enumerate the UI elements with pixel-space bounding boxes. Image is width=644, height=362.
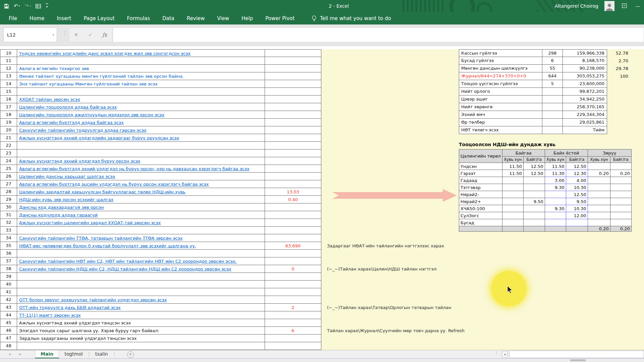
check-item-cell[interactable]: ОТТ болон зөрүүг зохицуулах тайлангийн ү… [17, 296, 265, 304]
ribbon-tab-insert[interactable]: Insert [57, 15, 71, 21]
row-number[interactable]: 24 [0, 157, 17, 165]
summary-count[interactable] [542, 111, 563, 119]
ribbon-tab-file[interactable]: File [9, 15, 17, 21]
result-value-cell[interactable]: 2 [265, 304, 321, 311]
customize-qat-button[interactable]: ▔▾ [46, 5, 48, 7]
check-item-cell[interactable]: Энэ тайлант хугацааны Мөнгөн гүйлгээний … [17, 80, 265, 88]
row-number[interactable]: 25 [0, 165, 17, 173]
ndsh-value-cell[interactable]: 9.50 [566, 198, 588, 205]
summary-count[interactable]: 5 [542, 80, 563, 88]
check-item-link[interactable]: Ажлын хүснэгтийн цалингийн зардал ХХОАТ-… [19, 220, 161, 225]
result-value-cell[interactable] [265, 119, 321, 126]
summary-label[interactable]: Өр төлбөр [459, 119, 542, 126]
result-value-cell[interactable] [265, 234, 321, 242]
check-item-cell[interactable]: Цалингийн дансны харьцааг шалгах эсэх [17, 173, 265, 180]
row-number[interactable]: 19 [0, 119, 17, 126]
prev-sheet-arrow[interactable]: ◂ [9, 350, 11, 358]
check-item-cell[interactable] [17, 142, 265, 149]
check-item-cell[interactable]: Дансны код давхардаагүй зөв орсон [17, 203, 265, 211]
ndsh-value-cell[interactable] [610, 191, 631, 198]
result-value-cell[interactable] [265, 203, 321, 211]
result-value-cell[interactable] [265, 103, 321, 111]
sheet-tab-main[interactable]: Main [35, 350, 59, 358]
name-box-dropdown-icon[interactable]: ▾ [52, 28, 54, 42]
row-number[interactable]: 13 [0, 72, 17, 80]
check-item-cell[interactable]: Элэгдэл тооцох сарыг шалгана уу. Хэрэв б… [17, 327, 265, 335]
row-number[interactable]: 31 [0, 211, 17, 219]
account-user-name[interactable]: Altangerel Choirog [555, 3, 598, 9]
check-item-link[interactable]: Цалингийн дансны харьцааг шалгах эсэх [19, 174, 115, 179]
redo-button[interactable]: ↷▾ [25, 4, 31, 9]
result-value-cell[interactable] [265, 165, 321, 173]
ndsh-value-cell[interactable]: 3.00 [545, 177, 566, 184]
result-value-cell[interactable] [265, 111, 321, 119]
summary-label[interactable]: Нийт хөрөнгө [459, 103, 542, 111]
row-number[interactable]: 15 [0, 88, 17, 96]
result-value-cell[interactable] [265, 126, 321, 134]
row-number[interactable]: 29 [0, 196, 17, 203]
summary-label[interactable]: Тооцоо үүсгэсэн гүйлгээ [459, 80, 542, 88]
summary-label[interactable]: Нийт орлого [459, 88, 542, 96]
result-value-cell[interactable] [265, 157, 321, 165]
ndsh-value-cell[interactable] [610, 205, 631, 212]
ndsh-value-cell[interactable] [523, 212, 545, 219]
result-value-cell[interactable] [265, 49, 321, 57]
ndsh-salary-type[interactable]: Нярай2- [459, 191, 502, 198]
summary-value[interactable]: 8,168,570 [563, 57, 607, 65]
summary-count[interactable] [542, 119, 563, 126]
ndsh-salary-type[interactable]: ХЧА50-100 [459, 205, 502, 212]
ndsh-salary-type[interactable]: Тэтгэвэр [459, 184, 502, 191]
row-number[interactable]: 14 [0, 80, 17, 88]
tell-me-box[interactable]: Tell me what you want to do [312, 15, 391, 22]
result-value-cell[interactable] [265, 80, 321, 88]
row-number[interactable]: 21 [0, 134, 17, 142]
summary-label[interactable]: Эзний өмч [459, 111, 542, 119]
result-value-cell[interactable] [265, 335, 321, 342]
row-number[interactable]: 36 [0, 250, 17, 257]
summary-label[interactable]: НӨТ төлөгч эсэх [459, 126, 542, 134]
result-value-cell[interactable] [265, 149, 321, 157]
check-item-cell[interactable]: Үндсэн хөрөнгийн элэгдлийн данс эсвэл эл… [17, 49, 265, 57]
result-value-cell[interactable] [265, 88, 321, 96]
result-value-cell[interactable] [265, 273, 321, 281]
ndsh-value-cell[interactable] [588, 212, 610, 219]
row-number[interactable]: 42 [0, 296, 17, 304]
summary-count[interactable] [542, 103, 563, 111]
minimize-button[interactable]: — [634, 3, 641, 9]
result-value-cell[interactable]: 0.40 [265, 196, 321, 203]
result-value-cell[interactable]: 13.03 [265, 188, 321, 196]
check-item-cell[interactable]: Зардлын задаргааны эхний үлдэгдэл тэнцсэ… [17, 335, 265, 342]
check-item-cell[interactable] [17, 149, 265, 157]
result-value-cell[interactable] [265, 173, 321, 180]
result-value-cell[interactable] [265, 250, 321, 257]
row-number[interactable]: 11 [0, 57, 17, 65]
check-item-link[interactable]: НӨАТ-өөс чөлөөлөгдөх болон 0 хувьтай бор… [19, 243, 196, 248]
ndsh-value-cell[interactable] [588, 177, 610, 184]
ndsh-value-cell[interactable] [523, 191, 545, 198]
summary-value[interactable]: 34,942,250 [563, 96, 607, 103]
ndsh-salary-type[interactable]: Гэрээт [459, 170, 502, 177]
result-value-cell[interactable] [265, 211, 321, 219]
result-value-cell[interactable] [265, 57, 321, 65]
row-number[interactable]: 40 [0, 281, 17, 288]
check-item-cell[interactable] [17, 227, 265, 234]
summary-count[interactable] [542, 88, 563, 96]
ndsh-value-cell[interactable] [588, 184, 610, 191]
summary-value[interactable]: 159,966,338 [563, 49, 607, 57]
ribbon-display-options-icon[interactable] [621, 3, 628, 9]
enter-icon[interactable]: ✓ [88, 32, 93, 38]
row-number[interactable]: 20 [0, 126, 17, 134]
formula-bar-splitter[interactable]: ⋮ [62, 30, 68, 36]
ndsh-value-cell[interactable]: 11.50 [502, 170, 523, 177]
ribbon-tab-review[interactable]: Review [187, 15, 205, 21]
check-item-cell[interactable] [17, 288, 265, 296]
check-item-cell[interactable] [17, 281, 265, 288]
row-number[interactable]: 38 [0, 265, 17, 273]
check-item-link[interactable]: Авлага өглөгийн бүртгэлд эхний үлдэгдэл … [19, 166, 250, 171]
check-item-link[interactable]: Санхүүгийн тайлангийн ТТӨА, татварын тай… [19, 236, 183, 241]
result-value-cell[interactable] [265, 134, 321, 142]
row-number[interactable]: 10 [0, 49, 17, 57]
undo-button[interactable]: ↶▾ [14, 4, 20, 9]
ribbon-tab-power-pivot[interactable]: Power Pivot [265, 15, 294, 21]
ndsh-value-cell[interactable] [523, 205, 545, 212]
